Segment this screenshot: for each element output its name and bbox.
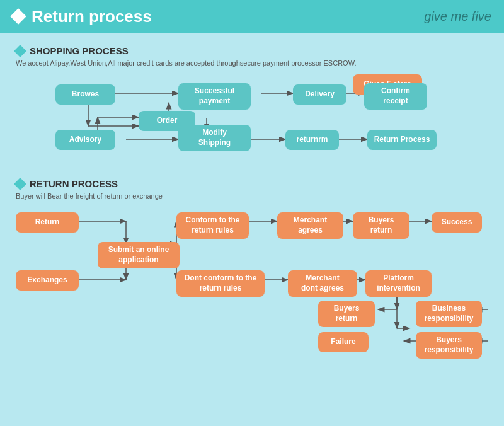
shopping-title: SHOPPING PROCESS (30, 45, 129, 56)
box-returnrm: returnrm (285, 130, 339, 150)
return-title: RETURN PROCESS (30, 178, 118, 189)
header: Return process give me five (0, 0, 504, 33)
box-successful: Successful payment (178, 83, 251, 110)
header-diamond (10, 8, 26, 24)
box-browes: Browes (55, 84, 115, 105)
box-platform: Platform intervention (365, 270, 432, 297)
box-failure: Failure (318, 332, 369, 352)
box-conform-rules: Conform to the return rules (176, 212, 249, 239)
box-buyers-return-1: Buyers return (353, 212, 410, 239)
return-subtitle: Buyer will Bear the freight of return or… (16, 192, 488, 200)
shopping-section: SHOPPING PROCESS We accept Alipay,West U… (16, 45, 488, 175)
header-logo: give me five (424, 9, 491, 24)
box-delivery: Delivery (293, 84, 346, 105)
shopping-diamond (14, 45, 26, 57)
box-modify-shipping: Modify Shipping (178, 125, 251, 151)
shopping-subtitle: We accept Alipay,West Union,All major cr… (16, 59, 488, 67)
box-exchanges: Exchanges (16, 270, 79, 291)
box-return-process: Return Process (367, 130, 437, 150)
box-merchant-agrees: Merchant agrees (277, 212, 343, 239)
box-confirm: Confirm receipt (364, 83, 427, 110)
box-dont-conform: Dont conform to the return rules (176, 270, 265, 297)
box-advisory: Advisory (55, 130, 115, 150)
box-success: Success (432, 212, 482, 233)
box-business-resp: Business responsibility (416, 301, 482, 327)
return-diamond (14, 178, 26, 190)
return-section: RETURN PROCESS Buyer will Bear the freig… (16, 178, 488, 384)
content: SHOPPING PROCESS We accept Alipay,West U… (0, 33, 504, 390)
box-return: Return (16, 212, 79, 233)
header-title: Return process (32, 7, 152, 26)
box-merchant-dont: Merchant dont agrees (288, 270, 357, 297)
box-submit-online: Submit an online application (98, 242, 180, 268)
box-buyers-return-2: Buyers return (318, 301, 375, 327)
box-buyers-resp: Buyers responsibility (416, 332, 482, 359)
